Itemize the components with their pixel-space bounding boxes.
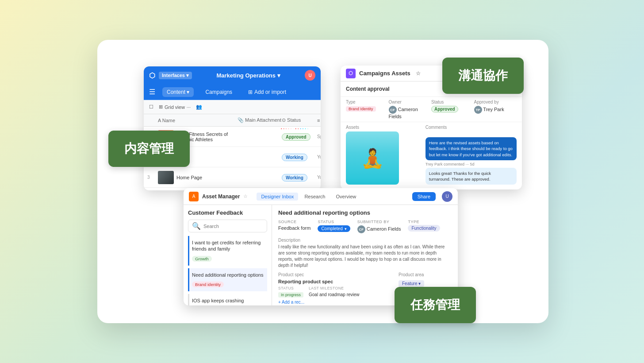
type-value: Functionality bbox=[408, 225, 440, 231]
status-header: Status bbox=[431, 100, 474, 104]
milestone: LAST MILESTONE Goal and roadmap review bbox=[309, 286, 360, 297]
marketing-title: Marketing Operations ▾ bbox=[216, 72, 280, 79]
tab-research[interactable]: Research bbox=[300, 193, 330, 201]
feedback-item-3[interactable]: IOS app keeps crashing Bugs bbox=[188, 294, 267, 305]
main-content-title: Need additional reporting options bbox=[278, 209, 452, 216]
description-text: I really like the new functionality and … bbox=[278, 244, 452, 269]
comment-bubble-other: Looks great! Thanks for the quick turnar… bbox=[426, 168, 517, 185]
table-row: 3 Home Page Working Yoga... bbox=[144, 167, 321, 188]
assets-comments-section: Assets 🧘 Comments You commented ··· 1w H… bbox=[341, 125, 522, 188]
tab-overview[interactable]: Overview bbox=[331, 193, 360, 201]
row-status: Approved bbox=[282, 134, 317, 139]
feedback-text-2: Need additional reporting options bbox=[192, 272, 264, 278]
collaboration-badge: 溝通協作 bbox=[442, 58, 524, 94]
nav-content[interactable]: Content ▾ bbox=[162, 87, 194, 97]
feedback-tag-1: Growth bbox=[192, 256, 212, 262]
comment-bubble-own: Here are the revised assets based on fee… bbox=[426, 137, 517, 160]
submitted-avatar: CF bbox=[357, 225, 365, 233]
submitted-value: CF Cameron Fields bbox=[357, 225, 401, 233]
approved-by-header: Approved by bbox=[474, 100, 517, 104]
comment-meta-other: Trey Park commented ··· 5d bbox=[426, 162, 517, 166]
checkbox-icon: ☐ bbox=[149, 104, 153, 110]
asset-tabs: Designer Inbox Research Overview bbox=[257, 193, 360, 201]
asset-image-inner: 🧘 bbox=[346, 131, 399, 185]
toolbar-more[interactable]: 👥 bbox=[196, 104, 202, 110]
user-avatar: U bbox=[305, 70, 315, 81]
approver-name: Trey Park bbox=[483, 107, 504, 112]
source-meta: Source Feedback form bbox=[278, 220, 310, 233]
table-header: A Name 📎 Main Attachment ⊙ Status ≡ Rela… bbox=[144, 114, 321, 127]
status-value: Approved bbox=[431, 106, 474, 112]
type-label: Type bbox=[408, 220, 440, 224]
interfaces-badge[interactable]: Interfaces ▾ bbox=[159, 72, 192, 79]
asset-sidebar: Customer Feedback 🔍 I want to get credit… bbox=[184, 205, 272, 305]
share-button[interactable]: Share bbox=[412, 192, 436, 201]
camp-icon: ⬡ bbox=[346, 69, 356, 78]
status-sub-value: In progress bbox=[278, 292, 303, 297]
approver-avatar: TP bbox=[474, 106, 482, 114]
spec-meta: STATUS In progress LAST MILESTONE Goal a… bbox=[278, 286, 391, 297]
type-meta: Type Functionality bbox=[408, 220, 440, 233]
type-value: Brand Identity bbox=[346, 106, 389, 111]
feedback-text-3: IOS app keeps crashing bbox=[192, 297, 264, 304]
sidebar-title: Customer Feedback bbox=[188, 209, 267, 216]
search-input[interactable] bbox=[203, 224, 263, 229]
owner-header: Owner bbox=[389, 100, 432, 104]
asset-preview-image: 🧘 bbox=[346, 131, 399, 185]
comments-label: Comments bbox=[426, 125, 517, 130]
marketing-toolbar: ☐ ⊞ Grid view ··· 👥 bbox=[144, 100, 321, 114]
meta-row: Source Feedback form Status Completed ▾ … bbox=[278, 220, 452, 233]
brand-identity-badge: Brand Identity bbox=[346, 106, 376, 112]
in-progress-badge: In progress bbox=[278, 292, 303, 297]
search-box[interactable]: 🔍 bbox=[188, 220, 267, 232]
milestone-label: LAST MILESTONE bbox=[309, 286, 360, 290]
asset-star-icon[interactable]: ☆ bbox=[243, 193, 248, 199]
approval-grid: Type Brand Identity Owner CF Cameron Fie… bbox=[341, 97, 522, 122]
dot-grid-decoration: ●●●●●● ●●●●●● bbox=[281, 127, 321, 130]
nav-campaigns[interactable]: Campaigns bbox=[201, 87, 237, 97]
grid-view-label[interactable]: ⊞ Grid view ··· bbox=[159, 104, 191, 110]
add-rec-button[interactable]: + Add a rec... bbox=[278, 300, 391, 305]
row-status: Working bbox=[282, 175, 317, 180]
nav-add[interactable]: ⊞ Add or import bbox=[244, 87, 291, 97]
marketing-nav: ☰ Content ▾ Campaigns ⊞ Add or import bbox=[144, 84, 321, 100]
star-icon[interactable]: ☆ bbox=[416, 70, 421, 77]
dropdown-arrow[interactable]: ▾ bbox=[345, 227, 347, 231]
col-name: A Name bbox=[158, 118, 238, 123]
col-status: ⊙ Status bbox=[282, 117, 317, 123]
feedback-item-1[interactable]: I want to get credits for referring frie… bbox=[188, 236, 267, 266]
milestone-value: Goal and roadmap review bbox=[309, 292, 360, 297]
asset-header: A Asset Manager ☆ Designer Inbox Researc… bbox=[184, 188, 458, 205]
status-sub: STATUS In progress bbox=[278, 286, 303, 297]
completed-badge: Completed ▾ bbox=[318, 225, 350, 232]
content-management-badge: 内容管理 bbox=[108, 131, 190, 167]
hamburger-icon[interactable]: ☰ bbox=[149, 88, 155, 96]
comment-meta-own: You commented ··· 1w bbox=[426, 131, 517, 136]
status-meta: Status Completed ▾ bbox=[318, 220, 350, 233]
comment-other: Trey Park commented ··· 5d Looks great! … bbox=[426, 162, 517, 185]
search-icon: 🔍 bbox=[192, 222, 201, 230]
feature-badge[interactable]: Feature ▾ bbox=[399, 280, 424, 287]
status-sub-label: STATUS bbox=[278, 286, 303, 290]
task-management-badge: 任務管理 bbox=[395, 287, 476, 323]
feedback-text-1: I want to get credits for referring frie… bbox=[192, 239, 264, 252]
asset-logo: A bbox=[189, 192, 199, 201]
submitted-meta: Submitted by CF Cameron Fields bbox=[357, 220, 401, 233]
marketing-top-bar: ⬡ Interfaces ▾ Marketing Operations ▾ U bbox=[144, 66, 321, 84]
description-label: Description bbox=[278, 238, 452, 243]
source-label: Source bbox=[278, 220, 310, 224]
feedback-tag-2: Brand identity bbox=[192, 282, 224, 287]
status-label: Status bbox=[318, 220, 350, 224]
spec-title: Reporting product spec bbox=[278, 279, 391, 284]
col-related: ≡ Relate bbox=[317, 118, 321, 123]
submitted-name: Cameron Fields bbox=[367, 226, 401, 232]
feedback-item-2[interactable]: Need additional reporting options Brand … bbox=[188, 268, 267, 291]
row-related: Spin w... bbox=[317, 134, 321, 139]
tab-designer-inbox[interactable]: Designer Inbox bbox=[257, 193, 298, 201]
row-related: Yoga... bbox=[317, 175, 321, 180]
approved-badge: Approved bbox=[431, 106, 458, 112]
status-value: Completed ▾ bbox=[318, 225, 350, 232]
product-spec: Product spec Reporting product spec STAT… bbox=[278, 272, 391, 305]
owner-avatar: CF bbox=[389, 106, 397, 114]
approved-by-value: TP Trey Park bbox=[474, 106, 517, 114]
